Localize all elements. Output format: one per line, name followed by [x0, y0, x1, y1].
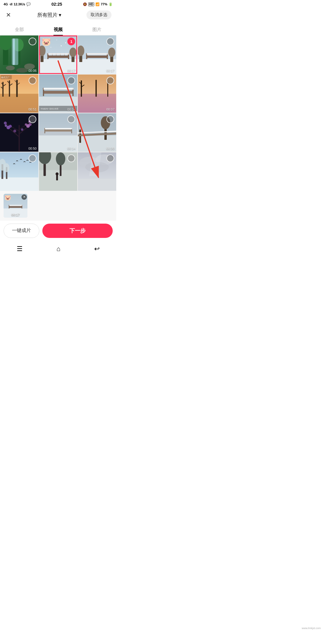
- media-cell-6[interactable]: 00:07: [78, 75, 116, 113]
- media-grid: 00:06: [0, 35, 116, 191]
- svg-rect-74: [107, 82, 108, 96]
- select-circle-3[interactable]: [106, 38, 114, 45]
- svg-text:格式工厂: 格式工厂: [1, 76, 10, 78]
- quick-make-button[interactable]: 一键成片: [4, 224, 39, 238]
- duration-8: 00:14: [67, 147, 76, 150]
- svg-point-33: [61, 45, 61, 46]
- media-cell-11[interactable]: [39, 152, 78, 191]
- select-circle-7[interactable]: [29, 115, 36, 123]
- svg-rect-98: [45, 128, 72, 129]
- svg-point-110: [4, 163, 10, 172]
- select-circle-12[interactable]: [106, 154, 114, 162]
- select-circle-1[interactable]: [29, 38, 36, 45]
- battery-icon: 🔋: [109, 2, 113, 6]
- dropdown-icon: ▾: [59, 12, 61, 18]
- menu-icon[interactable]: ☰: [17, 245, 23, 253]
- selected-item-1[interactable]: 🐷 00:17 ✕: [4, 194, 27, 218]
- svg-rect-7: [13, 38, 15, 65]
- pig-mini-icon: 🐷: [4, 194, 11, 201]
- svg-point-116: [56, 152, 65, 165]
- svg-point-89: [13, 130, 16, 133]
- wifi-icon: 📶: [95, 2, 100, 6]
- svg-point-30: [65, 42, 66, 43]
- top-nav: ✕ 所有照片 ▾ 取消多选: [0, 8, 116, 23]
- home-icon[interactable]: ⌂: [56, 245, 60, 253]
- duration-selected: 00:17: [4, 213, 27, 216]
- cancel-multi-button[interactable]: 取消多选: [86, 10, 112, 19]
- svg-rect-133: [9, 205, 22, 206]
- svg-point-90: [21, 129, 23, 131]
- media-cell-4[interactable]: 格式工厂 00:51: [0, 75, 38, 113]
- tab-photo[interactable]: 图片: [78, 24, 116, 35]
- battery-label: 77%: [101, 2, 107, 6]
- svg-rect-73: [96, 80, 97, 96]
- status-time: 02:25: [52, 2, 62, 7]
- svg-rect-129: [9, 206, 22, 208]
- remove-selected-button[interactable]: ✕: [21, 194, 27, 200]
- media-cell-8[interactable]: 00:14: [39, 113, 78, 152]
- duration-7: 00:50: [28, 147, 37, 150]
- status-bar: 4G ·ıll 12.3K/s 💬 02:25 🔕 HD 📶 77% 🔋: [0, 0, 116, 8]
- svg-rect-65: [44, 88, 74, 89]
- select-circle-5[interactable]: [67, 77, 75, 84]
- svg-rect-106: [0, 177, 38, 191]
- media-cell-10[interactable]: [0, 152, 38, 191]
- select-circle-6[interactable]: [106, 77, 114, 84]
- select-circle-4[interactable]: [29, 77, 36, 84]
- duration-1: 00:06: [28, 69, 37, 72]
- svg-point-16: [69, 48, 77, 57]
- nav-title[interactable]: 所有照片 ▾: [37, 12, 61, 18]
- svg-text:半知惊鸿一颀何从情景: 半知惊鸿一颀何从情景: [41, 107, 58, 109]
- svg-point-87: [4, 122, 7, 125]
- media-cell-5[interactable]: 半知惊鸿一颀何从情景 00:14: [39, 75, 78, 113]
- svg-rect-27: [48, 53, 69, 55]
- media-cell-3[interactable]: 00:17: [78, 35, 116, 74]
- duration-6: 00:07: [106, 108, 114, 111]
- duration-3: 00:17: [106, 69, 114, 72]
- tab-bar: 全部 视频 图片: [0, 23, 116, 35]
- next-step-button[interactable]: 下一步: [42, 224, 113, 238]
- media-cell-2[interactable]: 🐷 1 00:17: [39, 35, 78, 74]
- duration-2: 00:17: [67, 69, 76, 72]
- svg-rect-6: [12, 38, 18, 65]
- svg-point-85: [25, 123, 27, 126]
- svg-point-32: [50, 47, 51, 48]
- svg-point-29: [56, 40, 57, 40]
- svg-rect-17: [48, 55, 68, 58]
- svg-point-82: [5, 125, 7, 127]
- back-icon[interactable]: ↩: [94, 245, 100, 253]
- svg-point-118: [55, 172, 58, 175]
- album-title: 所有照片: [37, 12, 58, 18]
- svg-rect-94: [45, 130, 71, 132]
- duration-5: 00:14: [67, 108, 76, 111]
- bottom-bar: 一键成片 下一步: [0, 221, 116, 242]
- wechat-icon: 💬: [26, 2, 31, 6]
- media-cell-12[interactable]: [78, 152, 116, 191]
- hd-label: HD: [88, 2, 94, 6]
- svg-rect-44: [87, 53, 108, 55]
- tab-all[interactable]: 全部: [0, 24, 39, 35]
- grid-wrapper: 00:06: [0, 35, 116, 191]
- system-nav-bar: ☰ ⌂ ↩: [0, 242, 116, 258]
- media-cell-1[interactable]: 00:06: [0, 35, 38, 74]
- media-cell-7[interactable]: 00:50: [0, 113, 38, 152]
- svg-point-83: [9, 125, 12, 128]
- status-right: 🔕 HD 📶 77% 🔋: [83, 2, 113, 6]
- svg-rect-61: [44, 91, 73, 94]
- duration-9: 00:30: [106, 147, 114, 150]
- selected-strip: 🐷 00:17 ✕: [0, 191, 116, 221]
- media-cell-9[interactable]: 00:30: [78, 113, 116, 152]
- svg-rect-40: [87, 55, 107, 58]
- select-circle-10[interactable]: [29, 154, 36, 162]
- svg-point-8: [6, 66, 15, 70]
- signal-bars: ·ıll: [9, 3, 13, 6]
- duration-4: 00:51: [28, 108, 37, 111]
- tab-video[interactable]: 视频: [39, 24, 78, 35]
- svg-rect-70: [81, 80, 82, 96]
- svg-point-39: [108, 48, 115, 57]
- status-left: 4G ·ıll 12.3K/s 💬: [4, 2, 31, 6]
- signal-label: 4G: [4, 2, 8, 6]
- bell-icon: 🔕: [83, 2, 87, 6]
- close-button[interactable]: ✕: [5, 10, 12, 20]
- svg-rect-124: [78, 179, 116, 191]
